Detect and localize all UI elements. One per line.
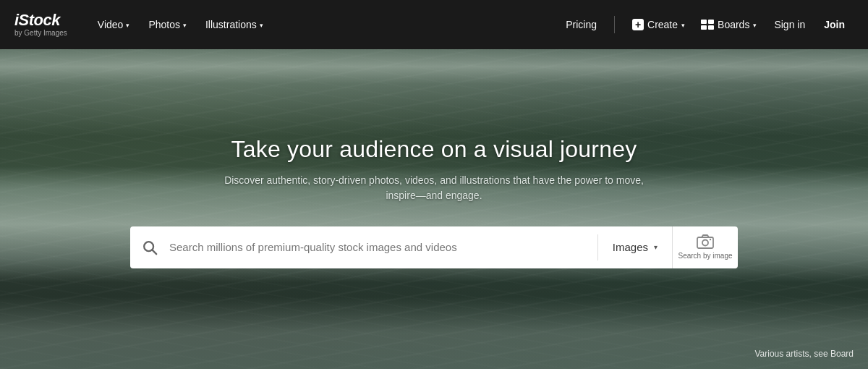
logo-brand: iStock <box>14 12 67 28</box>
navbar: iStock by Getty Images Video ▾ Photos ▾ … <box>0 0 868 49</box>
logo[interactable]: iStock by Getty Images <box>14 12 67 37</box>
attribution-text: Various artists, see Board <box>754 349 854 359</box>
chevron-down-icon: ▾ <box>260 22 263 29</box>
signin-label: Sign in <box>774 19 805 30</box>
svg-point-4 <box>710 239 711 240</box>
boards-cell <box>701 25 707 30</box>
nav-create-button[interactable]: + Create ▾ <box>625 14 692 35</box>
join-label: Join <box>824 19 845 30</box>
attribution: Various artists, see Board <box>754 349 854 359</box>
nav-item-video[interactable]: Video ▾ <box>90 14 137 35</box>
nav-boards-button[interactable]: Boards ▾ <box>694 14 764 35</box>
chevron-down-icon: ▾ <box>681 22 685 29</box>
boards-label: Boards <box>718 19 749 30</box>
search-input[interactable] <box>169 241 597 253</box>
create-label: Create <box>647 19 678 30</box>
nav-item-photos[interactable]: Photos ▾ <box>141 14 194 35</box>
hero-title: Take your audience on a visual journey <box>231 136 637 163</box>
search-bar: Images ▾ Search by image <box>130 226 738 268</box>
search-type-selector[interactable]: Images ▾ <box>598 241 672 253</box>
boards-cell <box>701 20 707 24</box>
nav-pricing-button[interactable]: Pricing <box>558 14 604 35</box>
nav-divider <box>614 16 615 33</box>
search-icon <box>142 239 158 255</box>
boards-cell <box>708 20 714 24</box>
chevron-down-icon: ▾ <box>654 243 658 251</box>
nav-join-button[interactable]: Join <box>815 14 854 35</box>
nav-signin-button[interactable]: Sign in <box>765 14 814 35</box>
nav-photos-label: Photos <box>148 19 180 30</box>
boards-cell <box>708 25 714 30</box>
hero-content: Take your audience on a visual journey D… <box>0 49 868 369</box>
svg-point-3 <box>702 240 708 246</box>
nav-illustrations-label: Illustrations <box>205 19 257 30</box>
search-by-image-button[interactable]: Search by image <box>673 226 738 268</box>
search-icon-area <box>130 239 169 255</box>
chevron-down-icon: ▾ <box>183 22 187 29</box>
svg-line-1 <box>153 250 157 254</box>
chevron-down-icon: ▾ <box>753 22 757 29</box>
plus-icon: + <box>632 19 644 30</box>
nav-item-illustrations[interactable]: Illustrations ▾ <box>198 14 271 35</box>
boards-icon <box>701 20 714 30</box>
pricing-label: Pricing <box>566 19 597 30</box>
chevron-down-icon: ▾ <box>126 22 129 29</box>
nav-right: Pricing + Create ▾ Boards ▾ Sign in Join <box>558 14 854 35</box>
nav-video-label: Video <box>98 19 124 30</box>
nav-left: Video ▾ Photos ▾ Illustrations ▾ <box>90 14 558 35</box>
search-by-image-label: Search by image <box>678 252 732 260</box>
logo-tagline: by Getty Images <box>14 30 67 37</box>
hero-subtitle: Discover authentic, story-driven photos,… <box>217 173 651 203</box>
search-type-label: Images <box>613 241 648 253</box>
camera-icon <box>697 234 714 249</box>
